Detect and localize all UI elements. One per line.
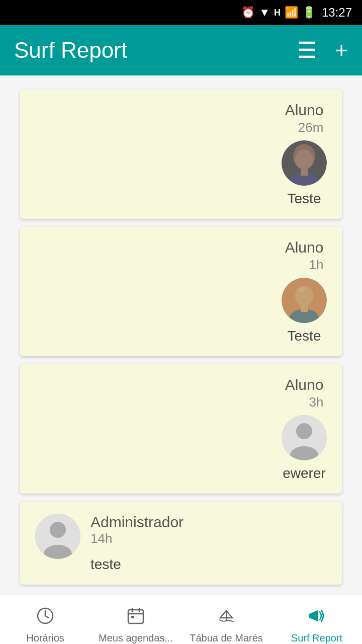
svg-point-12 (296, 423, 312, 439)
card-3-role-time: Aluno 3h (285, 376, 324, 410)
app-bar-title: Surf Report (14, 38, 297, 63)
card-4-time: 14h (90, 531, 184, 546)
card-3-avatar-svg (282, 415, 327, 460)
card-1-name: Teste (288, 191, 321, 207)
nav-item-tabua[interactable]: Tábua de Marés (181, 595, 272, 644)
svg-rect-26 (309, 614, 311, 618)
card-1-right: Aluno 26m Teste (282, 102, 327, 207)
card-2-avatar-svg (282, 278, 327, 323)
card-1-avatar-svg (282, 140, 327, 186)
card-1-role-time: Aluno 26m (285, 102, 324, 135)
battery-icon: 🔋 (302, 6, 316, 19)
menu-button[interactable]: ☰ (297, 39, 317, 61)
svg-rect-10 (301, 305, 308, 312)
boat-icon (217, 607, 235, 629)
card-4-avatar (35, 514, 80, 559)
status-icons: ⏰ ▼ H 📶 🔋 (241, 6, 316, 19)
nav-item-surfreport[interactable]: Surf Report (272, 595, 362, 644)
card-3-name: ewerer (283, 465, 326, 481)
clock-icon (36, 607, 54, 629)
alarm-icon: ⏰ (241, 6, 255, 19)
card-3-role: Aluno (285, 376, 324, 393)
report-card-1[interactable]: Aluno 26m Teste (20, 90, 342, 219)
svg-point-2 (295, 149, 313, 170)
svg-rect-20 (128, 610, 143, 623)
card-2-right: Aluno 1h Teste (282, 239, 327, 344)
calendar-icon (127, 607, 145, 629)
card-2-role-time: Aluno 1h (285, 239, 324, 273)
signal-bars-icon: 📶 (285, 6, 298, 19)
card-1-avatar (282, 140, 327, 186)
report-card-3[interactable]: Aluno 3h ewerer (20, 364, 342, 494)
wifi-icon: ▼ (259, 6, 270, 19)
svg-point-15 (50, 522, 66, 538)
svg-point-8 (298, 287, 306, 292)
card-1-time: 26m (285, 120, 324, 135)
card-2-avatar (282, 278, 327, 323)
nav-item-agenda[interactable]: Meus agendas... (90, 595, 181, 644)
card-4-avatar-svg (35, 514, 80, 559)
nav-label-tabua: Tábua de Marés (190, 632, 263, 644)
card-4-role: Administrador (90, 514, 184, 531)
content-area: Aluno 26m Teste (0, 75, 362, 595)
svg-rect-24 (131, 616, 134, 618)
card-2-name: Teste (288, 328, 321, 344)
svg-line-19 (45, 616, 49, 618)
card-2-time: 1h (285, 257, 324, 273)
report-card-4[interactable]: Administrador 14h teste (20, 502, 342, 585)
app-bar-actions: ☰ + (297, 39, 348, 61)
card-3-avatar (282, 415, 327, 460)
add-button[interactable]: + (335, 39, 348, 61)
nav-label-agenda: Meus agendas... (99, 632, 173, 644)
card-2-role: Aluno (285, 239, 324, 256)
report-card-2[interactable]: Aluno 1h Teste (20, 227, 342, 356)
nav-label-surfreport: Surf Report (291, 632, 342, 644)
nav-item-horarios[interactable]: Horários (0, 595, 90, 644)
megaphone-icon (308, 607, 326, 629)
bottom-navigation: Horários Meus agendas... Tábua de Marés (0, 595, 362, 644)
card-3-time: 3h (285, 394, 324, 410)
card-1-role: Aluno (285, 102, 324, 119)
h-signal-icon: H (274, 8, 281, 18)
nav-label-horarios: Horários (26, 632, 64, 644)
svg-rect-4 (301, 169, 308, 176)
status-time: 13:27 (322, 6, 352, 20)
card-4-info: Administrador 14h teste (90, 514, 184, 573)
card-4-name: teste (90, 556, 184, 573)
status-bar: ⏰ ▼ H 📶 🔋 13:27 (0, 0, 362, 25)
card-3-right: Aluno 3h ewerer (282, 376, 327, 481)
app-bar: Surf Report ☰ + (0, 25, 362, 75)
